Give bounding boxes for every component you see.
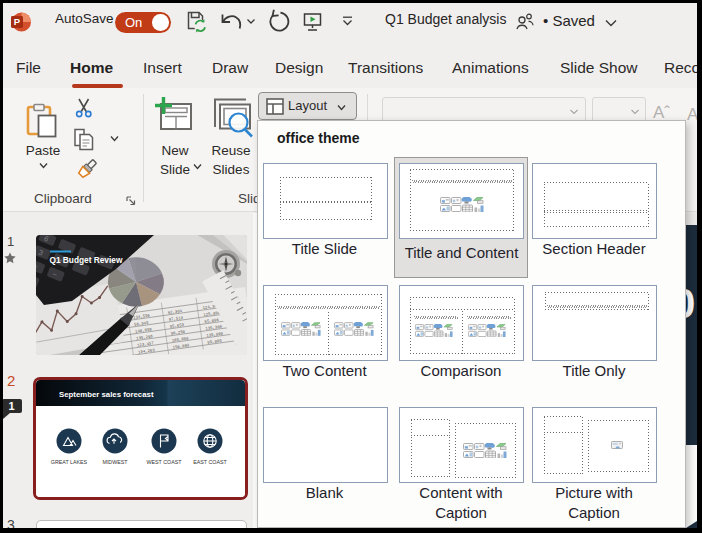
svg-text:September sales forecast: September sales forecast xyxy=(59,390,154,399)
svg-text:EAST COAST: EAST COAST xyxy=(193,459,227,465)
svg-text:P: P xyxy=(14,16,21,27)
svg-text:WEST COAST: WEST COAST xyxy=(147,459,183,465)
svg-text:MIDWEST: MIDWEST xyxy=(102,459,128,465)
svg-text:GREAT LAKES: GREAT LAKES xyxy=(51,459,88,465)
svg-text:Q1 Budget Review: Q1 Budget Review xyxy=(50,255,123,265)
